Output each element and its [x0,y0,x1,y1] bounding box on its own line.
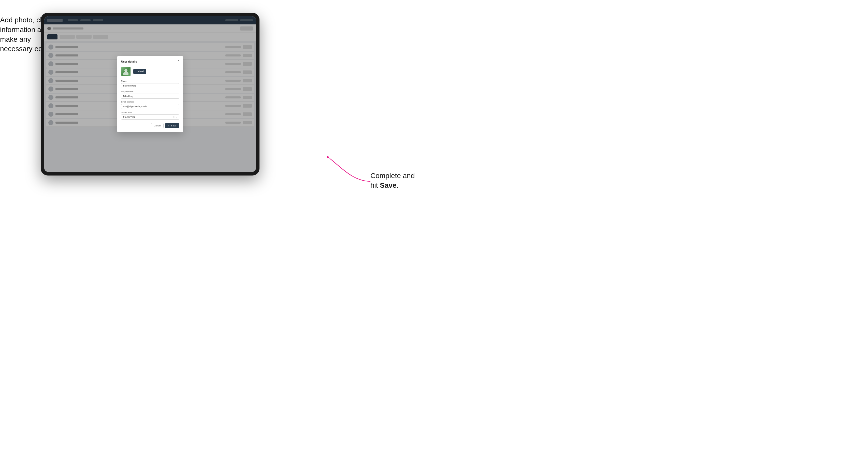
save-button[interactable]: ⬆ Save [165,123,179,128]
name-input[interactable] [121,83,179,88]
upload-photo-button[interactable]: Upload [133,69,146,74]
school-year-label: School Year [121,111,179,114]
school-year-clear-icon[interactable]: × [173,116,175,118]
name-field-group: Name [121,80,179,88]
display-name-label: Display name [121,90,179,93]
photo-thumbnail [121,67,131,76]
save-label: Save [171,124,176,127]
school-year-wrapper: × ⌄ [121,114,179,120]
photo-image [121,67,130,76]
modal-overlay: User details × Upload Name Disp [44,16,256,172]
modal-title: User details [121,60,179,63]
display-name-input[interactable] [121,94,179,99]
school-year-field-group: School Year × ⌄ [121,111,179,120]
modal-footer: Cancel ⬆ Save [121,123,179,128]
user-details-modal: User details × Upload Name Disp [117,56,183,132]
tablet-device: User details × Upload Name Disp [41,13,259,176]
school-year-dropdown-icon[interactable]: ⌄ [176,116,178,118]
cancel-button[interactable]: Cancel [151,123,163,128]
arrow-right-annotation [327,156,373,186]
school-year-input[interactable] [121,115,179,120]
display-name-field-group: Display name [121,90,179,99]
modal-close-button[interactable]: × [177,59,181,63]
email-input[interactable] [121,104,179,109]
save-icon: ⬆ [168,124,170,127]
photo-section: Upload [121,67,179,76]
email-label: Email address [121,101,179,103]
annotation-right: Complete and hit Save. [370,171,429,190]
name-label: Name [121,80,179,82]
tablet-screen: User details × Upload Name Disp [44,16,256,172]
email-field-group: Email address [121,101,179,109]
